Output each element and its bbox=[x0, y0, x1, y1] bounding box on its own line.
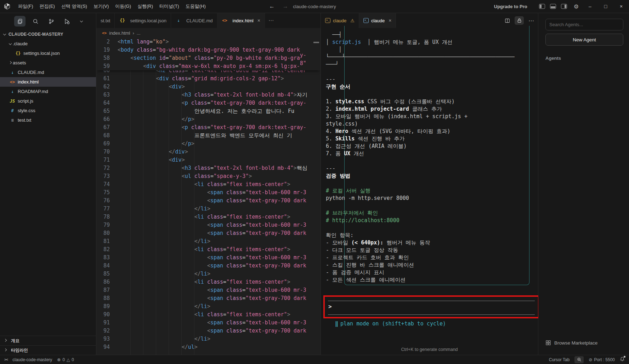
zoom-icon[interactable] bbox=[574, 356, 584, 363]
line-number: 92 bbox=[96, 327, 110, 335]
tab-g1-index.html[interactable]: <>index.html× bbox=[217, 13, 265, 28]
line-number: 68 bbox=[96, 132, 110, 140]
upgrade-to-pro-button[interactable]: Upgrade to Pro bbox=[494, 4, 527, 9]
toggle-bottom-panel-icon[interactable] bbox=[550, 4, 556, 9]
code-text: </li> bbox=[110, 302, 210, 311]
project-name[interactable]: claude-code-mastery bbox=[12, 357, 52, 362]
pause-icon: ‖ bbox=[335, 320, 338, 327]
css-file-icon: # bbox=[9, 108, 16, 113]
menu-item-7[interactable]: 도움말(H) bbox=[182, 2, 209, 11]
settings-gear-icon[interactable]: ⚙ bbox=[574, 3, 579, 10]
tree-item-script.js[interactable]: JSscript.js bbox=[0, 96, 96, 106]
search-icon[interactable] bbox=[30, 16, 41, 27]
terminal-line-14: 5. Skills 섹션 진행 바 추가 bbox=[326, 135, 536, 143]
editor-group: st.txt{}settings.local.json↓CLAUDE.md<>i… bbox=[96, 13, 321, 355]
tab-g1-CLAUDE.md[interactable]: ↓CLAUDE.md bbox=[171, 13, 217, 28]
code-line-72: 72 <h3 class="text-2xl font-bold mb-4">핵… bbox=[96, 164, 321, 172]
terminal-content[interactable]: ──┤│ script.js │ 햄버거 메뉴 토글, 폼 UX 개선 │└──… bbox=[321, 28, 538, 355]
tab-overflow-icon[interactable]: ⋯ bbox=[265, 13, 277, 28]
code-editor[interactable]: 60 <h2 class="text-4xl font-bold mb-12 t… bbox=[96, 38, 321, 355]
cursor-tab-toggle[interactable]: Cursor Tab bbox=[549, 357, 570, 362]
terminal-segment: UX bbox=[344, 150, 350, 157]
menu-item-4[interactable]: 이동(G) bbox=[112, 2, 134, 11]
menu-item-3[interactable]: 보기(V) bbox=[90, 2, 112, 11]
tab-g1-settings.local.json[interactable]: {}settings.local.json bbox=[115, 13, 171, 28]
explorer-root-folder[interactable]: CLAUDE-CODE-MASTERY bbox=[0, 29, 96, 39]
maximize-button[interactable]: □ bbox=[598, 0, 613, 13]
terminal-segment: 확인 항목: bbox=[326, 232, 353, 238]
history-nav: ← → bbox=[269, 3, 288, 10]
notifications-bell-icon[interactable] bbox=[620, 357, 625, 363]
minimize-button[interactable]: – bbox=[582, 0, 598, 13]
editor-scrollbar[interactable] bbox=[313, 42, 319, 43]
code-line-75: 75 <span class="text-blue-600 mr-3 bbox=[96, 189, 321, 197]
chevron-down-icon bbox=[3, 32, 6, 35]
new-agent-button[interactable]: New Agent bbox=[545, 34, 623, 46]
code-line-77: 77 </li> bbox=[96, 205, 321, 213]
root-folder-label: CLAUDE-CODE-MASTERY bbox=[8, 32, 63, 37]
close-tab-icon[interactable]: × bbox=[389, 18, 391, 23]
code-text: <li class="flex items-center"> bbox=[110, 213, 290, 221]
terminal-segment: style.css bbox=[335, 98, 364, 105]
tree-item-ROADMAP.md[interactable]: ↓ROADMAP.md bbox=[0, 87, 96, 96]
line-number: 84 bbox=[96, 262, 110, 270]
outline-pane-header[interactable]: 개요 bbox=[0, 336, 96, 345]
code-text: <span class="text-blue-600 mr-3 bbox=[110, 319, 306, 327]
file-label: script.js bbox=[18, 98, 33, 104]
terminal-group: >_claude⚠>_claude× ⋯ ──┤│ script.js │ 햄버… bbox=[321, 13, 538, 355]
tree-item-settings.local.json[interactable]: {}settings.local.json bbox=[0, 48, 96, 58]
line-number: 66 bbox=[96, 115, 110, 123]
back-icon[interactable]: ← bbox=[269, 3, 275, 10]
close-button[interactable]: × bbox=[613, 0, 629, 13]
tree-item-style.css[interactable]: #style.css bbox=[0, 106, 96, 115]
source-control-icon[interactable] bbox=[45, 16, 57, 27]
line-number: 81 bbox=[96, 237, 110, 245]
run-debug-icon[interactable] bbox=[61, 16, 72, 27]
code-line-62: 62 <div> bbox=[96, 83, 321, 91]
code-text: </li> bbox=[110, 205, 210, 213]
tab-g1-st.txt[interactable]: st.txt bbox=[96, 13, 115, 28]
terminal-line-7: 구현 순서 bbox=[326, 83, 536, 91]
browse-marketplace-button[interactable]: Browse Marketplace bbox=[545, 340, 597, 346]
tree-item-test.txt[interactable]: ≡test.txt bbox=[0, 115, 96, 125]
file-label: .claude bbox=[13, 41, 28, 46]
problems-indicator[interactable]: ⊗0 △0 bbox=[57, 357, 74, 362]
tree-item-assets[interactable]: assets bbox=[0, 58, 96, 68]
code-line-79: 79 <span class="text-blue-600 mr-3 bbox=[96, 221, 321, 229]
prompt-icon: > bbox=[328, 303, 332, 310]
code-text: </li> bbox=[110, 335, 210, 343]
close-tab-icon[interactable]: × bbox=[257, 18, 260, 23]
tree-item-.claude[interactable]: .claude bbox=[0, 39, 96, 48]
tree-item-index.html[interactable]: <>index.html bbox=[0, 77, 96, 87]
line-number: 62 bbox=[96, 83, 110, 91]
breadcrumb-file[interactable]: index.html bbox=[109, 30, 130, 36]
menu-item-5[interactable]: 실행(R) bbox=[134, 2, 156, 11]
code-text: <li class="flex items-center"> bbox=[110, 180, 290, 189]
live-server-port[interactable]: ⊘Port : 5500 bbox=[589, 357, 615, 362]
tree-item-CLAUDE.md[interactable]: ↓CLAUDE.md bbox=[0, 68, 96, 77]
split-editor-icon[interactable] bbox=[503, 16, 512, 25]
code-text: </div> bbox=[110, 148, 188, 156]
remote-icon[interactable]: >< bbox=[4, 357, 7, 362]
line-number: 90 bbox=[96, 311, 110, 319]
menu-bar: 파일(F)편집(E)선택 영역(S)보기(V)이동(G)실행(R)터미널(T)도… bbox=[15, 2, 209, 11]
file-label: settings.local.json bbox=[23, 51, 60, 56]
explorer-icon[interactable] bbox=[14, 16, 26, 27]
error-count: 0 bbox=[62, 357, 65, 362]
breadcrumb[interactable]: <> index.html › ... bbox=[96, 28, 321, 38]
file-label: assets bbox=[13, 60, 26, 65]
terminal-segment: └────┴──────────────────────────────────… bbox=[326, 54, 515, 60]
menu-item-1[interactable]: 편집(E) bbox=[36, 2, 58, 11]
lock-icon[interactable] bbox=[515, 16, 524, 25]
menu-item-6[interactable]: 터미널(T) bbox=[156, 2, 182, 11]
timeline-pane-header[interactable]: 타임라인 bbox=[0, 345, 96, 355]
search-agents-input[interactable] bbox=[545, 19, 623, 30]
breadcrumb-more[interactable]: ... bbox=[137, 30, 141, 36]
toggle-left-panel-icon[interactable] bbox=[539, 4, 545, 9]
menu-item-0[interactable]: 파일(F) bbox=[15, 2, 36, 11]
menu-item-2[interactable]: 선택 영역(S) bbox=[58, 2, 90, 11]
more-actions-icon[interactable]: ⋯ bbox=[527, 16, 536, 25]
more-views-chevron-icon[interactable] bbox=[76, 16, 88, 27]
forward-icon[interactable]: → bbox=[283, 3, 288, 10]
toggle-right-panel-icon[interactable] bbox=[561, 4, 567, 9]
